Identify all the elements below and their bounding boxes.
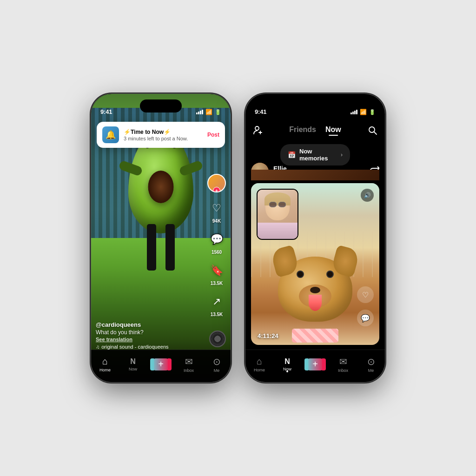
- signal-bar-r1: [350, 112, 352, 114]
- wifi-icon-right: 📶: [360, 109, 367, 115]
- right-screen: 9:41 📶 🔋: [245, 94, 385, 382]
- music-disc[interactable]: [209, 331, 226, 347]
- like-button[interactable]: ♡ 94K: [207, 199, 226, 224]
- home-icon-right: ⌂: [257, 356, 262, 367]
- share-button[interactable]: ↗ 13.5K: [207, 292, 226, 317]
- post-info: Ellie On time: [251, 163, 379, 180]
- nav-home[interactable]: ⌂ Home: [95, 356, 115, 372]
- header-tabs: Friends Now: [289, 126, 341, 134]
- nav-inbox-label: Inbox: [184, 368, 194, 373]
- nav-now-right[interactable]: N Now: [277, 357, 298, 371]
- signal-bar-1: [196, 112, 198, 114]
- nav-plus[interactable]: +: [151, 358, 171, 370]
- caption-area: @cardioqueens What do you think? See tra…: [96, 321, 203, 350]
- notification-banner[interactable]: 🔔 ⚡Time to Now⚡ 3 minutes left to post a…: [97, 122, 225, 148]
- memories-label: Now memories: [299, 148, 337, 162]
- home-icon: ⌂: [102, 356, 108, 367]
- status-time-right: 9:41: [255, 108, 266, 115]
- signal-bar-r3: [354, 111, 356, 114]
- dog-head: [278, 257, 352, 322]
- nav-inbox[interactable]: ✉ Inbox: [178, 356, 199, 373]
- nav-me-right[interactable]: ⊙ Me: [361, 356, 381, 373]
- comment-button[interactable]: 💬 1560: [207, 230, 226, 255]
- search-button[interactable]: [367, 124, 377, 135]
- nav-home-label: Home: [99, 368, 111, 372]
- nav-now-label-right: Now: [283, 367, 291, 371]
- photo-comment-button[interactable]: 💬: [357, 310, 374, 326]
- nav-me-label: Me: [214, 368, 220, 373]
- phones-container: 9:41 📶 🔋 🔔 ⚡Time: [91, 94, 385, 382]
- me-icon-right: ⊙: [367, 356, 375, 367]
- bookmark-button[interactable]: 🔖 13.5K: [207, 261, 226, 286]
- inbox-icon: ✉: [185, 356, 193, 367]
- notification-content: ⚡Time to Now⚡ 3 minutes left to post a N…: [124, 129, 203, 141]
- avocado-arm-left: [118, 160, 143, 177]
- nav-me[interactable]: ⊙ Me: [206, 356, 227, 373]
- dog-eye-left: [297, 271, 304, 278]
- video-username[interactable]: @cardioqueens: [96, 321, 203, 328]
- status-icons-left: 📶 🔋: [196, 109, 221, 115]
- nav-home-right[interactable]: ⌂ Home: [249, 356, 270, 372]
- photo-like-button[interactable]: ♡: [357, 286, 374, 303]
- post-user[interactable]: Ellie On time: [251, 163, 291, 180]
- dog-bandana: [292, 329, 338, 343]
- tab-now[interactable]: Now: [325, 126, 341, 134]
- add-friend-button[interactable]: [253, 124, 263, 135]
- avocado-arm-right: [178, 160, 204, 177]
- comment-count: 1560: [212, 250, 222, 255]
- dog-tongue: [309, 295, 322, 311]
- dynamic-island-left: [140, 99, 182, 112]
- tab-friends[interactable]: Friends: [289, 126, 316, 134]
- notification-post-button[interactable]: Post: [207, 132, 219, 138]
- me-icon: ⊙: [213, 356, 221, 367]
- bookmark-count: 13.5K: [211, 281, 223, 286]
- nav-plus-right[interactable]: +: [305, 358, 325, 370]
- music-note-icon: ♫: [96, 344, 99, 350]
- sound-toggle[interactable]: 🔊: [361, 189, 374, 202]
- selfie-shirt: [258, 223, 298, 239]
- nav-inbox-right[interactable]: ✉ Inbox: [333, 356, 353, 373]
- signal-bar-4: [202, 110, 203, 114]
- nav-home-label-right: Home: [254, 368, 265, 372]
- follow-plus[interactable]: +: [213, 187, 220, 192]
- create-button-right[interactable]: +: [306, 358, 324, 370]
- inbox-icon-right: ✉: [339, 356, 347, 367]
- dog-eye-right: [326, 271, 334, 278]
- nav-me-label-right: Me: [368, 368, 374, 373]
- nav-now[interactable]: N Now: [123, 357, 143, 371]
- notification-icon: 🔔: [102, 126, 119, 143]
- selfie-inset: [257, 189, 298, 240]
- add-friend-icon: [253, 125, 263, 135]
- sound-text: original sound - cardioqueens: [101, 344, 168, 350]
- creator-avatar[interactable]: +: [207, 174, 226, 192]
- now-icon: N: [130, 357, 136, 366]
- signal-bar-r4: [356, 110, 357, 114]
- post-timer: 4:11:24: [258, 332, 278, 339]
- dog-nose: [310, 287, 320, 293]
- sound-info: ♫ original sound - cardioqueens: [96, 344, 203, 350]
- bookmark-icon: 🔖: [207, 261, 226, 280]
- now-photo[interactable]: 🔊 ♡ 💬 4:11:24: [251, 183, 379, 345]
- like-count: 94K: [212, 218, 221, 224]
- dog-eyes: [297, 271, 334, 278]
- now-icon-right: N: [284, 357, 290, 366]
- nav-inbox-label-right: Inbox: [338, 368, 348, 373]
- signal-bars: [196, 110, 203, 114]
- svg-line-4: [374, 132, 377, 134]
- signal-bar-r2: [352, 112, 354, 114]
- dog-snout: [299, 284, 331, 308]
- bell-icon: 🔔: [106, 130, 116, 140]
- post-avatar[interactable]: [251, 163, 269, 180]
- photo-actions: ♡ 💬: [357, 286, 374, 326]
- avocado-leg-right: [165, 224, 175, 271]
- status-time-left: 9:41: [100, 108, 112, 115]
- create-button[interactable]: +: [152, 358, 170, 370]
- svg-point-0: [255, 126, 259, 130]
- wifi-icon: 📶: [205, 109, 212, 115]
- see-translation[interactable]: See translation: [96, 337, 203, 342]
- search-icon: [367, 125, 377, 135]
- svg-point-3: [369, 127, 375, 132]
- video-caption: What do you think?: [96, 329, 203, 336]
- heart-icon: ♡: [207, 199, 226, 218]
- action-buttons: + ♡ 94K 💬 1560 🔖 13.5K ↗ 13.5K: [207, 174, 226, 317]
